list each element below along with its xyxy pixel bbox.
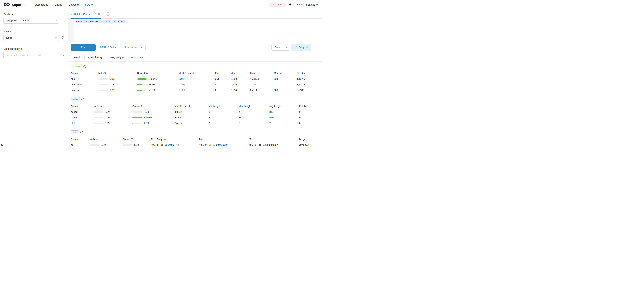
more-actions-button[interactable]: … xyxy=(314,46,318,49)
progress-fill xyxy=(132,112,133,112)
schema-select[interactable]: public xyxy=(4,34,59,41)
pane-resize-handle[interactable] xyxy=(68,52,322,54)
table-select[interactable] xyxy=(4,52,59,58)
new-item-button[interactable] xyxy=(289,3,294,6)
sqllab-main: Untitled Query 1 × 1 SELECT * from birth… xyxy=(68,10,322,146)
cell-median: 0 xyxy=(274,82,297,87)
cell-most-frequent: girl (39) xyxy=(174,109,208,115)
tab-results[interactable]: Results xyxy=(71,54,84,60)
limit-label: LIMIT: xyxy=(100,46,107,49)
table-row: state 0.0% 1.3% CA (75) 2 2 2 0 xyxy=(71,120,320,126)
chevron-down-icon xyxy=(316,4,318,5)
cell-most-frequent: 369 (1) xyxy=(179,76,215,82)
cell-column: gender xyxy=(71,109,94,115)
settings-menu[interactable]: Settings xyxy=(306,3,318,6)
cell-column: state xyxy=(71,120,94,126)
progress-fill xyxy=(137,78,147,80)
nav-sql[interactable]: SQL xyxy=(82,0,96,10)
col-header: Median xyxy=(274,70,297,76)
chevron-down-icon xyxy=(292,4,294,5)
cell-max: 6,820 xyxy=(231,76,250,82)
cell-max-length: 11 xyxy=(239,115,270,120)
tab-result-stats-label: Result Stats xyxy=(130,56,143,59)
cell-nulls: 0.0% xyxy=(94,120,132,126)
superset-logo[interactable]: Superset xyxy=(4,3,26,7)
date-stats-table: Column Nulls % Distinct % Most Frequent … xyxy=(71,136,320,146)
tab-query-history-label: Query history xyxy=(88,56,102,59)
cell-distinct: 100.0% xyxy=(132,115,174,120)
copy-link-button[interactable]: Copy link xyxy=(292,44,312,50)
query-tab[interactable]: Untitled Query 1 × xyxy=(71,10,101,19)
cell-avg-length: 5.95 xyxy=(270,115,299,120)
cell-column: name xyxy=(71,115,94,120)
refresh-icon xyxy=(61,36,64,40)
refresh-schemas-button[interactable] xyxy=(61,36,64,40)
cell-column: num xyxy=(71,76,98,82)
cell-max: 2,714 xyxy=(231,87,250,93)
limit-dropdown[interactable]: LIMIT: 1 000 xyxy=(100,46,117,49)
theme-toggle-button[interactable] xyxy=(298,3,303,6)
cell-mean: 1,331.65 xyxy=(250,76,274,82)
chevron-down-icon xyxy=(91,4,93,5)
cell-std: 672.32 xyxy=(297,87,320,93)
sqllab-left-panel: Database postgresql examples Schema publ… xyxy=(0,10,68,146)
col-header: Min Length xyxy=(208,103,239,109)
progress-track xyxy=(122,144,132,146)
cell-nulls: 0.0% xyxy=(98,87,137,93)
limit-value: 1 000 xyxy=(108,46,114,49)
environment-badge: flask-debug xyxy=(269,2,286,7)
sidebar-collapse-handle[interactable] xyxy=(66,76,69,82)
clock-icon xyxy=(124,46,126,49)
database-select[interactable]: postgresql examples xyxy=(4,17,59,24)
table-row: num 0.0% 100.0% 369 (1) 361 6,820 1,331.… xyxy=(71,76,320,82)
nav-dashboards[interactable]: Dashboards xyxy=(31,0,52,10)
cell-median: 386 xyxy=(274,87,297,93)
new-query-tab-button[interactable] xyxy=(106,12,110,16)
chevron-down-icon xyxy=(301,4,303,5)
col-header: Max xyxy=(249,136,298,142)
run-button[interactable]: Run xyxy=(71,44,96,50)
cell-most-frequent: 0 (36) xyxy=(179,87,215,93)
settings-label: Settings xyxy=(306,3,315,6)
col-header: Range xyxy=(298,136,320,142)
brand-name: Superset xyxy=(12,3,26,7)
navbar-right: flask-debug Settings xyxy=(269,2,318,7)
col-header: Most Frequent xyxy=(179,70,215,76)
sql-semicolon: ; xyxy=(123,20,125,23)
sql-code-area[interactable]: SELECT * from birth_names limit 75; xyxy=(74,19,322,42)
query-tabbar: Untitled Query 1 × xyxy=(68,10,322,19)
table-select-input[interactable] xyxy=(6,54,54,56)
refresh-tables-button[interactable] xyxy=(61,54,64,57)
tab-result-stats[interactable]: Result Stats xyxy=(128,54,146,60)
cell-range: same day xyxy=(298,142,320,146)
col-header: Mean xyxy=(250,70,274,76)
cell-min: 0 xyxy=(215,87,231,93)
cell-most-frequent: CA (75) xyxy=(174,120,208,126)
schema-section: Schema public xyxy=(4,30,64,44)
tab-query-history[interactable]: Query history xyxy=(85,54,105,60)
nav-datasets[interactable]: Datasets xyxy=(65,0,82,10)
tab-query-insights[interactable]: Query Insights xyxy=(106,54,127,60)
navbar: Superset Dashboards Charts Datasets SQL … xyxy=(0,0,322,10)
cell-nulls: 0.0% xyxy=(90,142,122,146)
progress-track xyxy=(132,112,142,112)
col-header: Nulls % xyxy=(98,70,137,76)
save-button[interactable]: Save xyxy=(272,44,284,50)
number-section-header: number (3) xyxy=(71,64,320,68)
close-tab-icon[interactable]: × xyxy=(98,13,100,16)
cell-column: num_boys xyxy=(71,82,98,87)
sql-editor-pane: 1 SELECT * from birth_names limit 75; xyxy=(68,19,322,42)
query-tab-title: Untitled Query 1 xyxy=(74,13,92,16)
col-header: Avg Length xyxy=(270,103,299,109)
progress-track xyxy=(137,90,147,91)
cell-std: 1,167.52 xyxy=(297,76,320,82)
cell-distinct: 49.3% xyxy=(137,82,179,87)
col-header: Nulls % xyxy=(94,103,132,109)
string-section-header: string (3) xyxy=(71,97,320,101)
drag-handle-icon xyxy=(71,12,72,16)
nav-charts[interactable]: Charts xyxy=(52,0,65,10)
schema-value: public xyxy=(6,36,12,39)
cell-avg-length: 2 xyxy=(270,120,299,126)
save-dropdown-button[interactable] xyxy=(284,44,290,50)
refresh-icon xyxy=(61,54,64,57)
